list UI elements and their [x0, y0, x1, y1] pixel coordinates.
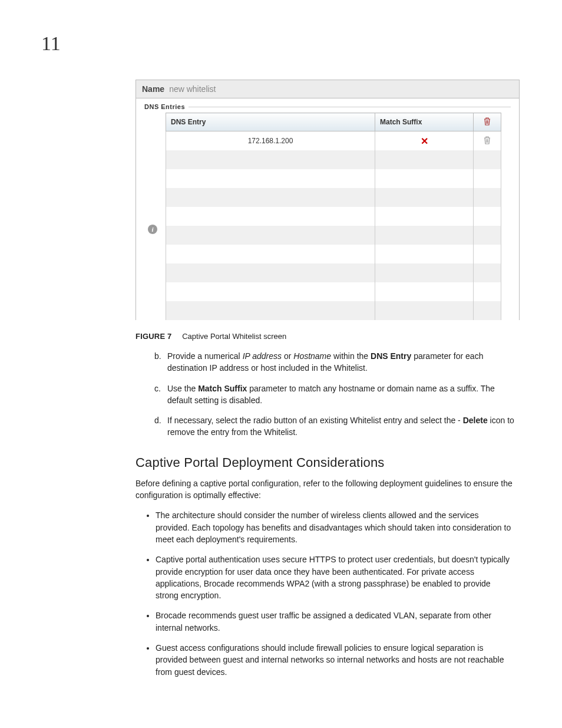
dns-entries-label: DNS Entries — [144, 103, 185, 110]
name-value[interactable]: new whitelist — [169, 84, 216, 94]
name-bar: Name new whitelist — [136, 80, 519, 98]
step-d: d. If necessary, select the radio button… — [154, 414, 515, 439]
fieldset-rule — [189, 107, 511, 107]
bullet-list: The architecture should consider the num… — [135, 509, 515, 678]
step-c: c. Use the Match Suffix parameter to mat… — [154, 383, 515, 407]
list-item: Captive portal authentication uses secur… — [156, 554, 515, 601]
list-item: Brocade recommends guest user traffic be… — [156, 610, 515, 634]
section-heading: Captive Portal Deployment Considerations — [135, 455, 515, 470]
instruction-list: b. Provide a numerical IP address or Hos… — [135, 350, 515, 439]
close-icon: ✕ — [421, 136, 428, 146]
figure-label: FIGURE 7 — [135, 332, 172, 341]
name-label: Name — [142, 84, 164, 94]
table-row[interactable] — [166, 169, 501, 188]
table-row[interactable] — [166, 188, 501, 207]
table-row[interactable] — [166, 150, 501, 169]
step-marker: d. — [154, 414, 161, 426]
step-b: b. Provide a numerical IP address or Hos… — [154, 350, 515, 374]
list-item: The architecture should consider the num… — [156, 509, 515, 545]
info-icon[interactable]: i — [148, 225, 157, 234]
figure-caption-text: Captive Portal Whitelist screen — [182, 332, 286, 341]
step-marker: c. — [154, 383, 161, 394]
table-row[interactable] — [166, 301, 501, 320]
row-delete[interactable] — [474, 131, 501, 151]
table-row[interactable] — [166, 245, 501, 263]
dns-entry-cell[interactable]: 172.168.1.200 — [166, 131, 375, 151]
table-row[interactable] — [166, 263, 501, 282]
dns-entries-table: DNS Entry Match Suffix 172.168.1.200 ✕ — [166, 113, 501, 320]
col-dns-entry[interactable]: DNS Entry — [166, 113, 375, 131]
figure-caption: FIGURE 7 Captive Portal Whitelist screen — [135, 332, 515, 341]
table-row[interactable] — [166, 282, 501, 301]
step-text: Use the Match Suffix parameter to match … — [167, 384, 495, 405]
match-suffix-cell[interactable]: ✕ — [375, 131, 474, 151]
table-row[interactable]: 172.168.1.200 ✕ — [166, 131, 501, 151]
col-delete-all[interactable] — [474, 113, 501, 131]
table-row[interactable] — [166, 207, 501, 226]
captive-portal-whitelist-figure: Name new whitelist DNS Entries i DNS Ent… — [135, 80, 520, 320]
trash-icon — [483, 117, 491, 126]
section-intro: Before defining a captive portal configu… — [135, 477, 515, 502]
dns-entries-fieldset-title: DNS Entries — [144, 103, 511, 110]
step-marker: b. — [154, 350, 161, 362]
trash-icon — [483, 136, 491, 145]
table-row[interactable] — [166, 226, 501, 245]
step-text: If necessary, select the radio button of… — [167, 416, 514, 437]
list-item: Guest access configurations should inclu… — [156, 642, 515, 678]
page-number: 11 — [41, 32, 61, 55]
col-match-suffix[interactable]: Match Suffix — [375, 113, 474, 131]
step-text: Provide a numerical IP address or Hostna… — [167, 351, 483, 373]
